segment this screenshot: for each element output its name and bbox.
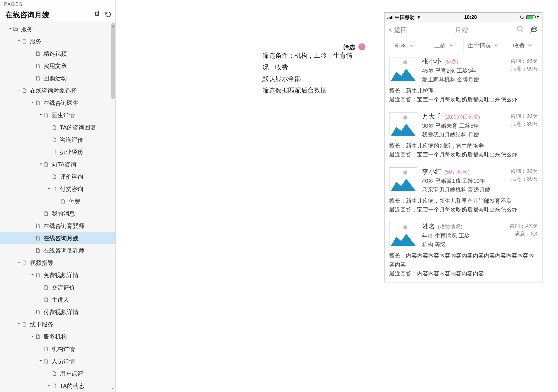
filter-收费[interactable]: 收费 (503, 38, 542, 53)
nanny-skill: 擅长：新生儿护理 (389, 86, 537, 95)
tree-item[interactable]: 在线咨询对象选择 (0, 84, 115, 97)
tree-item[interactable]: 在线咨询催乳师 (0, 244, 115, 257)
nanny-recent: 最近回答：宝宝一个月每次吃奶后都会吐出来怎么办 (389, 205, 537, 214)
clock: 18:28 (464, 14, 477, 20)
tree-item-label: 免费视频详情 (43, 271, 79, 279)
tree-item[interactable]: 服务机构 (0, 330, 115, 343)
price-tag: (50元每次) (444, 168, 469, 175)
nanny-card[interactable]: 张小小(免费)45岁 已育2孩 工龄3年爱上家具机构 金牌月嫂咨询：86次满意：… (385, 53, 542, 108)
tree-item[interactable]: TA的咨询回复 (0, 121, 115, 134)
tree-item[interactable]: 实用文章 (0, 60, 115, 72)
filter-工龄[interactable]: 工龄 (424, 38, 464, 53)
annotation-connector (365, 47, 384, 47)
tree-item[interactable]: 服务 (0, 23, 115, 35)
scroll-up-icon[interactable] (111, 24, 114, 29)
nanny-meta1: 年龄 生育情况 工龄 (422, 232, 505, 240)
expand-arrow-icon[interactable] (8, 28, 12, 30)
tree-item-label: 线下服务 (30, 321, 53, 328)
tree-item[interactable]: 在线咨询育婴师 (0, 220, 115, 232)
nanny-card[interactable]: 姓名(收费情况)年龄 生育情况 工龄机构 等级咨询：XX次满意：XX擅长：内容内… (385, 218, 542, 282)
svg-point-2 (534, 29, 534, 29)
scroll-down-icon[interactable] (111, 386, 114, 391)
tree-item[interactable]: 精选视频 (0, 47, 115, 60)
nanny-meta1: 30岁 已婚未育 工龄5年 (422, 122, 506, 130)
tree-item[interactable]: 执业经历 (0, 146, 115, 158)
tree-item[interactable]: 人员详情 (0, 355, 115, 367)
chevron-down-icon (449, 42, 453, 49)
status-bar: 中国移动 18:28 (385, 13, 542, 22)
tree-item-label: 服务 (30, 38, 42, 45)
expand-arrow-icon[interactable] (47, 384, 51, 387)
filter-label: 机构 (395, 42, 406, 50)
tree-item[interactable]: 主讲人 (0, 294, 115, 306)
tree-item-label: 用户点评 (60, 370, 83, 378)
expand-arrow-icon[interactable] (39, 163, 43, 166)
tree-item[interactable]: 视频指导 (0, 257, 115, 269)
nanny-recent: 最近回答：内容内容内容内容内容内容 (389, 269, 537, 278)
nanny-card[interactable]: 万大千(20次对话免费)30岁 已婚未育 工龄5年我爱我加月嫂结构 月嫂咨询：9… (385, 108, 542, 163)
expand-arrow-icon[interactable] (47, 188, 51, 190)
expand-arrow-icon[interactable] (30, 335, 35, 338)
expand-arrow-icon[interactable] (17, 40, 21, 43)
nanny-stats: 咨询：86次满意：99% (511, 57, 537, 83)
expand-arrow-icon[interactable] (30, 101, 35, 104)
battery-icon (526, 15, 535, 19)
tree-item-label: TA的动态 (60, 382, 84, 390)
filter-机构[interactable]: 机构 (385, 38, 424, 53)
tree-scrollbar[interactable] (111, 23, 115, 99)
tree-item-label: 在线咨询育婴师 (43, 222, 84, 230)
expand-arrow-icon[interactable] (17, 323, 21, 326)
expand-arrow-icon[interactable] (17, 261, 21, 264)
sync-icon (520, 14, 525, 21)
tree-item-label: 咨询评价 (60, 136, 83, 144)
price-tag: (免费) (444, 58, 458, 65)
tree-item[interactable]: 在线咨询医生 (0, 97, 115, 109)
filter-label: 工龄 (434, 42, 446, 50)
svg-point-1 (532, 29, 533, 29)
expand-arrow-icon[interactable] (39, 360, 43, 363)
nav-title: 月嫂 (455, 25, 469, 35)
tree-item[interactable]: 团购活动 (0, 72, 115, 84)
expand-arrow-icon[interactable] (17, 89, 21, 92)
tree-item[interactable]: 付费视频详情 (0, 306, 115, 318)
tree-item-label: 人员详情 (52, 357, 75, 365)
refresh-icon[interactable] (105, 11, 111, 19)
expand-arrow-icon[interactable] (39, 114, 43, 117)
svg-point-0 (518, 26, 522, 31)
nanny-stats: 咨询：XX次满意：XX (509, 222, 537, 248)
filter-生育情况[interactable]: 生育情况 (464, 38, 503, 53)
tree-item[interactable]: 付费咨询 (0, 183, 115, 195)
chevron-down-icon (409, 42, 414, 49)
tree-item[interactable]: 免费视频详情 (0, 269, 115, 281)
tree-item[interactable]: 机构详情 (0, 343, 115, 355)
tree-item-label: 服务机构 (43, 333, 67, 341)
charging-icon (537, 14, 539, 20)
tree-item[interactable]: 评价咨询 (0, 171, 115, 183)
search-icon[interactable] (516, 25, 525, 35)
nanny-meta1: 45岁 已育2孩 工龄3年 (422, 67, 506, 75)
signal-icon (387, 16, 393, 19)
back-button[interactable]: < 返回 (389, 26, 407, 35)
nanny-card[interactable]: 李小红(50元每次)40岁 已婚育1孩 工龄10年亲亲宝贝月嫂机构 高级月嫂咨询… (385, 163, 542, 218)
svg-point-3 (535, 29, 536, 29)
tree-item[interactable]: 服务 (0, 35, 115, 47)
tree-item[interactable]: 向TA咨询 (0, 158, 115, 171)
export-icon[interactable] (94, 11, 101, 19)
tree-item[interactable]: 付费 (0, 195, 115, 207)
tree-item[interactable]: 医生详情 (0, 109, 115, 121)
tree-item[interactable]: 咨询评价 (0, 134, 115, 146)
tree-item[interactable]: 线下服务 (0, 318, 115, 330)
price-tag: (20次对话免费) (444, 113, 480, 120)
nanny-name: 姓名 (422, 222, 435, 231)
nanny-meta2: 爱上家具机构 金牌月嫂 (422, 76, 506, 83)
tree-item[interactable]: 在线咨询月嫂 (0, 232, 115, 244)
tree-item[interactable]: 我的消息 (0, 207, 115, 220)
chat-icon[interactable] (530, 25, 538, 35)
tree-item[interactable]: TA的动态 (0, 380, 115, 392)
tree-item-label: 我的消息 (52, 210, 75, 218)
tree-item[interactable]: 用户点评 (0, 367, 115, 380)
tree-item[interactable]: 交流评价 (0, 281, 115, 294)
page-tree[interactable]: 服务服务精选视频实用文章团购活动在线咨询对象选择在线咨询医生医生详情TA的咨询回… (0, 23, 115, 392)
nanny-name: 张小小 (422, 57, 441, 66)
expand-arrow-icon[interactable] (30, 274, 35, 277)
